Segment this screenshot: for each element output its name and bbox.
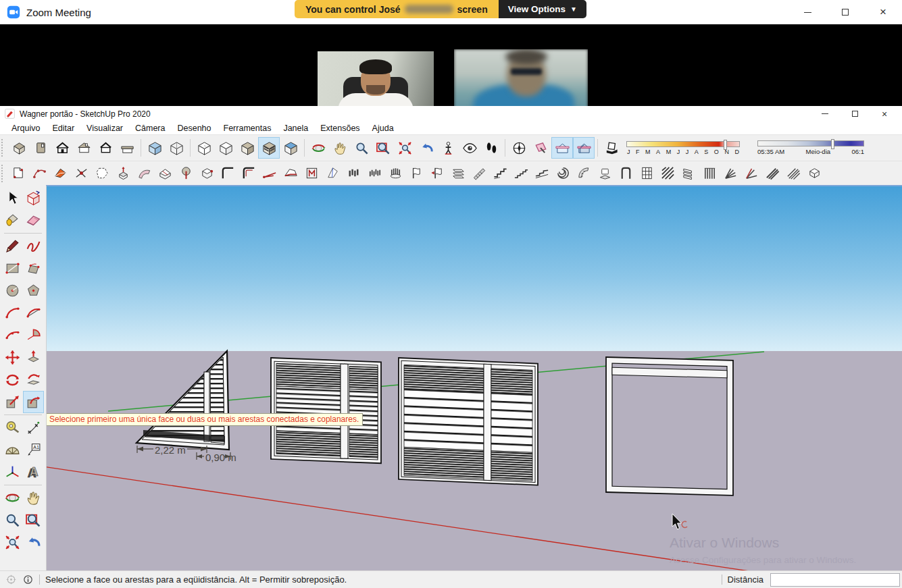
plugin-louver-shelf-button[interactable] <box>448 163 469 184</box>
month-slider-handle[interactable] <box>724 140 727 150</box>
plugin-louver-corner-button[interactable] <box>678 163 699 184</box>
three-point-arc-button[interactable] <box>2 324 23 346</box>
style-wireframe-button[interactable] <box>166 137 187 159</box>
scale-button[interactable] <box>2 391 23 413</box>
distance-input[interactable] <box>770 573 900 587</box>
arc-button[interactable] <box>2 302 23 324</box>
plugin-fan-2-button[interactable] <box>741 163 762 184</box>
shadow-time-slider[interactable]: 05:35 AMMeio-dia06:1 <box>757 140 864 155</box>
view-right-button[interactable] <box>73 137 95 159</box>
menu-editar[interactable]: Editar <box>46 122 80 134</box>
model-viewport[interactable]: Selecione primeiro uma única face ou dua… <box>46 185 902 570</box>
pan-button[interactable] <box>329 137 351 159</box>
rotated-rectangle-button[interactable] <box>23 257 44 279</box>
zoom-button[interactable] <box>2 509 23 531</box>
rotate-button[interactable] <box>2 369 23 391</box>
zoom-window-button[interactable] <box>23 509 44 531</box>
plugin-curtain-button[interactable] <box>699 163 720 184</box>
zoom-button[interactable] <box>351 137 372 159</box>
plugin-stairs-1-button[interactable] <box>490 163 511 184</box>
plugin-extrude-button[interactable] <box>113 163 134 184</box>
plugin-hatch-button[interactable] <box>657 163 678 184</box>
eraser-button[interactable] <box>23 209 44 232</box>
zoom-extents-button[interactable] <box>394 137 416 159</box>
plugin-box-node-button[interactable] <box>197 163 218 184</box>
line-button[interactable] <box>2 235 23 257</box>
view-iso-button[interactable] <box>8 137 30 159</box>
push-pull-button[interactable] <box>23 346 44 369</box>
compass-button[interactable] <box>508 137 530 159</box>
style-shaded-textures-button[interactable] <box>258 137 280 159</box>
plugin-bevel-button[interactable] <box>280 163 301 184</box>
make-component-button[interactable] <box>23 187 44 209</box>
view-front-button[interactable] <box>51 137 73 159</box>
circle-button[interactable] <box>2 279 23 302</box>
style-back-edges-button[interactable] <box>193 137 215 159</box>
zoom-extents-button[interactable] <box>2 531 23 554</box>
follow-me-button[interactable] <box>23 369 44 391</box>
plugin-curve-points-button[interactable] <box>29 163 50 184</box>
plugin-sail-button[interactable] <box>322 163 343 184</box>
geolocation-icon[interactable] <box>5 574 17 585</box>
two-point-arc-button[interactable] <box>23 302 44 324</box>
plugin-arrow-box-button[interactable] <box>804 163 825 184</box>
plugin-flag-button[interactable] <box>406 163 427 184</box>
plugin-round-corner-button[interactable] <box>218 163 239 184</box>
plugin-curved-stair-button[interactable] <box>574 163 595 184</box>
3d-text-button[interactable]: AA <box>23 461 44 483</box>
offset-button[interactable] <box>23 391 44 413</box>
previous-view-button[interactable] <box>416 137 437 159</box>
sketchup-close-button[interactable]: × <box>870 106 899 122</box>
zoom-minimize-button[interactable] <box>788 0 826 24</box>
sketchup-minimize-button[interactable] <box>810 106 840 122</box>
sketchup-restore-button[interactable] <box>840 106 870 122</box>
gate-louvered-1[interactable] <box>271 358 381 463</box>
paint-bucket-button[interactable] <box>2 209 23 232</box>
move-button[interactable] <box>2 346 23 369</box>
freehand-button[interactable] <box>23 235 44 257</box>
plugin-flag-arrow-button[interactable] <box>427 163 448 184</box>
plugin-diagonals-2-button[interactable] <box>783 163 804 184</box>
plugin-round-corner-2-button[interactable] <box>239 163 259 184</box>
plugin-angle-button[interactable] <box>259 163 280 184</box>
zoom-window-button[interactable] <box>372 137 394 159</box>
gate-frame[interactable] <box>606 357 733 496</box>
shadow-month-slider[interactable]: JFMAMJJASOND <box>626 141 740 155</box>
select-button[interactable] <box>2 187 23 209</box>
rectangle-button[interactable] <box>2 257 23 279</box>
time-slider-handle[interactable] <box>831 139 834 149</box>
plugin-door-frame-button[interactable] <box>616 163 636 184</box>
section-fill-button[interactable] <box>573 137 595 159</box>
section-plane-button[interactable] <box>530 137 551 159</box>
pan-button[interactable] <box>23 487 44 509</box>
plugin-polygon-dashed-button[interactable] <box>92 163 113 184</box>
polygon-button[interactable] <box>23 279 44 302</box>
plugin-bend-button[interactable] <box>134 163 155 184</box>
pie-button[interactable] <box>23 324 44 346</box>
style-hidden-line-button[interactable] <box>215 137 236 159</box>
plugin-pillars-button[interactable] <box>364 163 385 184</box>
menu-visualizar[interactable]: Visualizar <box>80 122 129 134</box>
plugin-spiral-stair-button[interactable] <box>553 163 574 184</box>
menu-janela[interactable]: Janela <box>277 122 314 134</box>
orbit-button[interactable] <box>2 487 23 509</box>
view-options-button[interactable]: View Options ▼ <box>499 0 586 18</box>
walk-button[interactable] <box>480 137 502 159</box>
text-button[interactable]: A1 <box>23 439 44 461</box>
view-top-button[interactable] <box>30 137 51 159</box>
tape-measure-button[interactable] <box>2 417 23 439</box>
menu-arquivo[interactable]: Arquivo <box>5 122 46 134</box>
plugin-columns-button[interactable] <box>343 163 364 184</box>
protractor-button[interactable] <box>2 439 23 461</box>
look-around-button[interactable] <box>459 137 480 159</box>
menu-desenho[interactable]: Desenho <box>171 122 217 134</box>
plugin-sphere-pin-button[interactable] <box>176 163 197 184</box>
axes-button[interactable] <box>2 461 23 483</box>
style-monochrome-button[interactable] <box>280 137 301 159</box>
zoom-close-button[interactable]: × <box>864 0 902 24</box>
section-cuts-button[interactable] <box>551 137 573 159</box>
info-icon[interactable] <box>22 574 34 585</box>
plugin-roof-box-button[interactable] <box>155 163 176 184</box>
plugin-ramp-button[interactable] <box>469 163 490 184</box>
plugin-diagonals-1-button[interactable] <box>762 163 783 184</box>
